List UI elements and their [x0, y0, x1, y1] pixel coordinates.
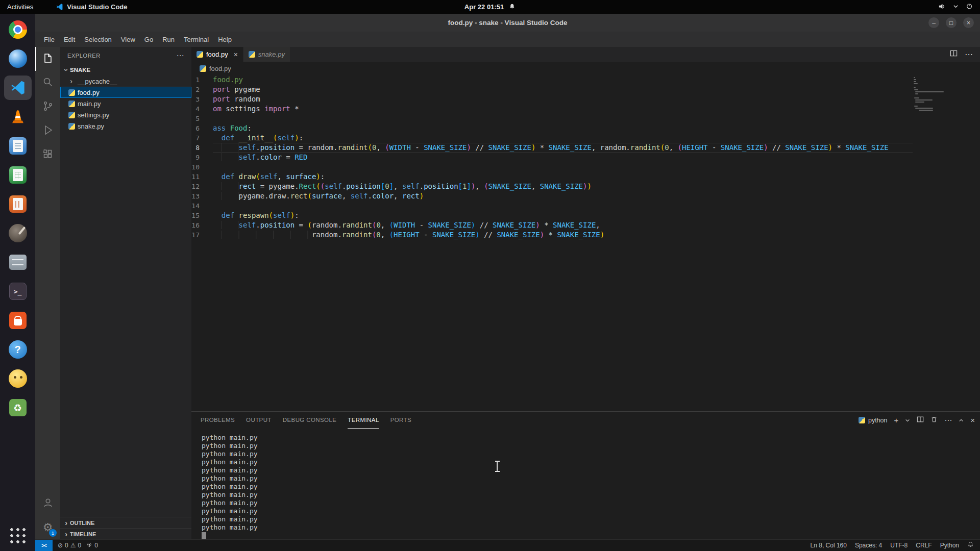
minimize-button[interactable]: –	[928, 17, 939, 28]
code-line[interactable]: 16 self.position = (random.randint(0, (W…	[191, 220, 980, 230]
dock-help-icon[interactable]: ?	[4, 337, 32, 362]
activitybar-search[interactable]	[35, 71, 60, 95]
line-number: 7	[191, 133, 213, 143]
encoding[interactable]: UTF-8	[890, 542, 908, 549]
cursor-position[interactable]: Ln 8, Col 160	[811, 542, 847, 549]
minimap[interactable]	[913, 76, 945, 112]
titlebar[interactable]: food.py - snake - Visual Studio Code – □…	[35, 14, 980, 32]
dock-gimp-icon[interactable]	[4, 221, 32, 245]
close-panel-icon[interactable]: ×	[970, 416, 975, 424]
dock-browser-icon[interactable]	[4, 46, 32, 71]
project-section-header[interactable]: › SNAKE	[60, 64, 191, 76]
dock-impress-icon[interactable]	[4, 192, 32, 216]
code-line[interactable]: 11 def draw(self, surface):	[191, 172, 980, 182]
panel-more-icon[interactable]: ⋯	[944, 416, 952, 424]
clock[interactable]: Apr 22 01:51	[464, 0, 516, 14]
dock-vscode-icon[interactable]	[4, 76, 32, 100]
menu-file[interactable]: File	[39, 32, 59, 47]
code-line[interactable]: 9 self.color = RED	[191, 153, 980, 162]
close-button[interactable]: ×	[963, 17, 974, 28]
panel-tab-problems[interactable]: PROBLEMS	[201, 412, 235, 429]
problems-indicator[interactable]: ⊘ 0 ⚠ 0	[58, 542, 81, 549]
activitybar-extensions[interactable]	[35, 143, 60, 167]
explorer-actions-button[interactable]: ⋯	[176, 51, 184, 60]
dock-writer-icon[interactable]	[4, 134, 32, 158]
maximize-button[interactable]: □	[946, 17, 957, 28]
activitybar-accounts[interactable]	[35, 491, 60, 515]
code-line[interactable]: 7 def __init__(self):	[191, 133, 980, 143]
activitybar-settings[interactable]: ⚙ 1	[35, 515, 60, 539]
timeline-section[interactable]: › TIMELINE	[60, 528, 191, 539]
activitybar-source-control[interactable]	[35, 95, 60, 119]
code-line[interactable]: 6ass Food:	[191, 123, 980, 133]
code-line[interactable]: 14	[191, 201, 980, 211]
dock-ubuntu-software-icon[interactable]	[4, 308, 32, 333]
dock-files-icon[interactable]	[4, 250, 32, 274]
ports-indicator[interactable]: 0	[86, 542, 98, 549]
split-terminal-icon[interactable]	[917, 416, 924, 425]
activitybar-explorer[interactable]	[35, 47, 60, 71]
system-tray[interactable]	[938, 3, 973, 12]
menu-view[interactable]: View	[116, 32, 140, 47]
line-number: 6	[191, 123, 213, 133]
show-applications-button[interactable]	[4, 523, 32, 548]
code-line[interactable]: 13 pygame.draw.rect(surface, self.color,…	[191, 191, 980, 201]
kill-terminal-icon[interactable]	[930, 416, 938, 425]
terminal-dropdown-icon[interactable]	[905, 416, 910, 425]
indentation[interactable]: Spaces: 4	[855, 542, 882, 549]
code-line[interactable]: 10	[191, 162, 980, 172]
file-label: main.py	[78, 100, 101, 108]
terminal-shell-selector[interactable]: python	[859, 417, 888, 424]
terminal-line: python main.py	[202, 474, 980, 483]
tab-food-py[interactable]: food.py ×	[191, 47, 243, 62]
tree-item-main-py[interactable]: main.py	[60, 98, 191, 109]
outline-section[interactable]: › OUTLINE	[60, 517, 191, 528]
dock-cheese-icon[interactable]	[4, 366, 32, 391]
code-line[interactable]: 5	[191, 114, 980, 123]
menu-go[interactable]: Go	[140, 32, 158, 47]
new-terminal-icon[interactable]: +	[894, 416, 898, 424]
breadcrumb[interactable]: food.py	[191, 62, 980, 75]
tab-snake-py[interactable]: snake.py	[243, 47, 290, 62]
tree-item-food-py[interactable]: food.py	[60, 87, 191, 98]
tree-item-settings-py[interactable]: settings.py	[60, 109, 191, 120]
code-line[interactable]: 2port pygame	[191, 85, 980, 94]
menu-selection[interactable]: Selection	[80, 32, 116, 47]
focused-app-indicator[interactable]: Visual Studio Code	[56, 3, 127, 11]
language-mode[interactable]: Python	[940, 542, 959, 549]
code-line[interactable]: 12 rect = pygame.Rect((self.position[0],…	[191, 182, 980, 191]
terminal-view[interactable]: python main.pypython main.pypython main.…	[191, 429, 980, 539]
more-actions-icon[interactable]: ⋯	[965, 49, 973, 59]
panel-tab-terminal[interactable]: TERMINAL	[348, 412, 379, 429]
tree-item-pycache[interactable]: › __pycache__	[60, 76, 191, 87]
remote-indicator[interactable]: ><	[35, 540, 53, 551]
code-line[interactable]: 17 random.randint(0, (HEIGHT - SNAKE_SIZ…	[191, 230, 980, 240]
split-editor-icon[interactable]	[950, 49, 958, 59]
dock-recycle-icon[interactable]: ♻	[4, 395, 32, 420]
dock-chrome-icon[interactable]	[4, 17, 32, 42]
panel-tab-debug-console[interactable]: DEBUG CONSOLE	[283, 412, 337, 429]
code-line[interactable]: 15 def respawn(self):	[191, 211, 980, 220]
menu-terminal[interactable]: Terminal	[179, 32, 213, 47]
maximize-panel-icon[interactable]	[959, 416, 964, 425]
code-line[interactable]: 4om settings import *	[191, 104, 980, 114]
code-line[interactable]: 8 self.position = random.randint(0, (WID…	[191, 143, 980, 153]
menu-edit[interactable]: Edit	[59, 32, 80, 47]
eol-sequence[interactable]: CRLF	[916, 542, 932, 549]
activitybar-run-debug[interactable]	[35, 119, 60, 143]
dock-vlc-icon[interactable]	[4, 105, 32, 129]
notifications-bell-icon[interactable]	[967, 541, 974, 549]
dock-terminal-icon[interactable]: >_	[4, 279, 32, 304]
code-line[interactable]: 1food.py	[191, 75, 980, 85]
tree-item-snake-py[interactable]: snake.py	[60, 120, 191, 132]
dock-calc-icon[interactable]	[4, 163, 32, 187]
python-file-icon	[68, 101, 75, 107]
code-editor[interactable]: 1food.py2port pygame3port random4om sett…	[191, 75, 980, 411]
tab-close-icon[interactable]: ×	[234, 51, 238, 59]
panel-tab-output[interactable]: OUTPUT	[246, 412, 272, 429]
menu-help[interactable]: Help	[213, 32, 236, 47]
code-line[interactable]: 3port random	[191, 94, 980, 104]
panel-tab-ports[interactable]: PORTS	[390, 412, 411, 429]
activities-button[interactable]: Activities	[7, 3, 33, 11]
menu-run[interactable]: Run	[158, 32, 179, 47]
